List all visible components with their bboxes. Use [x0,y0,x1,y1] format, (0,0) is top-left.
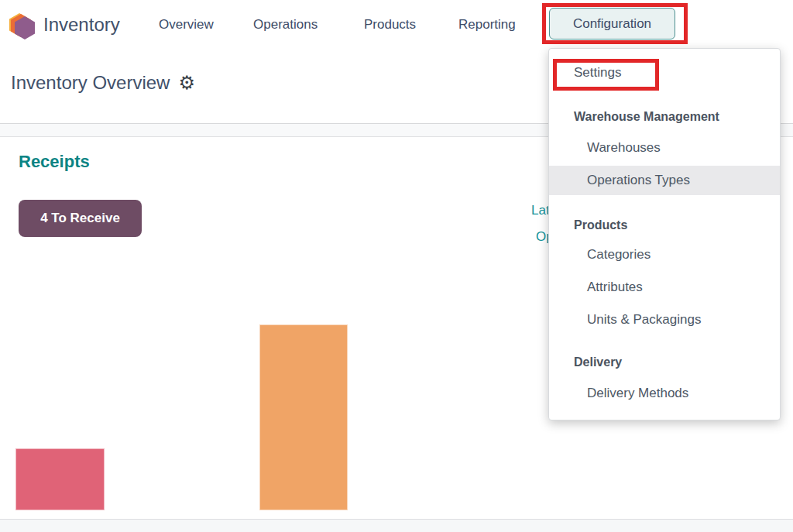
menu-section-products: Products [574,218,627,232]
nav-item-overview[interactable]: Overview [159,17,214,33]
chart-bar-2[interactable] [259,324,348,510]
receipts-card-title[interactable]: Receipts [19,152,90,172]
to-receive-button[interactable]: 4 To Receive [19,200,142,237]
menu-item-operations-types[interactable]: Operations Types [549,166,780,195]
menu-item-units-packagings[interactable]: Units & Packagings [587,312,701,328]
app-name: Inventory [43,14,120,36]
nav-item-reporting[interactable]: Reporting [458,17,516,33]
bottom-divider-strip [0,519,793,532]
menu-item-categories[interactable]: Categories [587,247,651,263]
menu-section-warehouse-management: Warehouse Management [574,110,719,124]
chart-bar-1[interactable] [15,448,105,510]
receipts-bar-chart [15,324,348,510]
nav-item-configuration[interactable]: Configuration [549,8,675,39]
menu-item-attributes[interactable]: Attributes [587,280,643,295]
top-navbar: Inventory Overview Operations Products R… [0,0,793,51]
configuration-dropdown-menu: Settings Warehouse Management Warehouses… [548,48,781,420]
inventory-app-logo-icon[interactable] [8,12,39,43]
menu-item-delivery-methods[interactable]: Delivery Methods [587,386,688,401]
menu-section-delivery: Delivery [574,355,622,369]
page-title: Inventory Overview [11,72,170,94]
nav-item-products[interactable]: Products [364,17,416,33]
breadcrumb: Inventory Overview ⚙ [11,72,195,94]
inventory-app-screen: Inventory Overview Operations Products R… [0,0,793,532]
gear-icon[interactable]: ⚙ [178,74,195,92]
menu-item-warehouses[interactable]: Warehouses [587,140,661,156]
nav-item-operations[interactable]: Operations [253,17,318,33]
menu-item-settings[interactable]: Settings [574,65,621,81]
